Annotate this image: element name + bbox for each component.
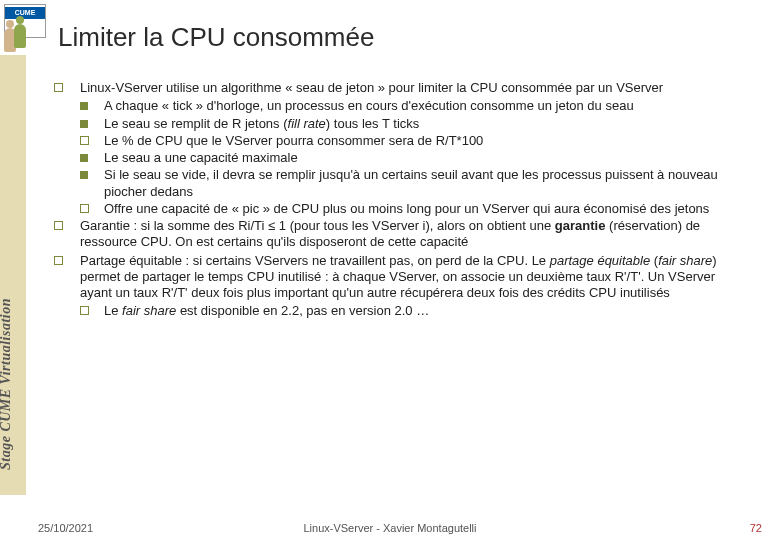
bullet-filled-icon — [80, 120, 88, 128]
list-item-text: Partage équitable : si certains VServers… — [80, 253, 760, 302]
list-subitem-text: Le seau se remplit de R jetons (fill rat… — [104, 116, 760, 132]
bullet-filled-icon — [80, 171, 88, 179]
list-item-text: Garantie : si la somme des Ri/Ti ≤ 1 (po… — [80, 218, 760, 251]
list-subitem-text: Le seau a une capacité maximale — [104, 150, 760, 166]
bullet-open-icon — [50, 253, 80, 302]
bullet-filled-icon — [80, 150, 104, 166]
list-subitem: Si le seau se vide, il devra se remplir … — [80, 167, 760, 200]
bullet-open-icon — [50, 80, 80, 96]
list-subitem: Le % de CPU que le VServer pourra consom… — [80, 133, 760, 149]
bullet-open-icon — [80, 306, 89, 315]
bullet-filled-icon — [80, 154, 88, 162]
list-subitem-text: Si le seau se vide, il devra se remplir … — [104, 167, 760, 200]
slide-body: Linux-VServer utilise un algorithme « se… — [50, 80, 760, 321]
side-label: Stage CUME Virtualisation — [0, 298, 14, 470]
footer: 25/10/2021 Linux-VServer - Xavier Montag… — [0, 518, 780, 540]
bullet-open-icon — [54, 256, 63, 265]
list-item: Partage équitable : si certains VServers… — [50, 253, 760, 302]
bullet-filled-icon — [80, 98, 104, 114]
logo-text: CUME — [5, 7, 45, 19]
footer-page: 72 — [750, 522, 762, 534]
list-subitem-text: A chaque « tick » d'horloge, un processu… — [104, 98, 760, 114]
list-subitem: Offre une capacité de « pic » de CPU plu… — [80, 201, 760, 217]
bullet-open-icon — [54, 83, 63, 92]
list-item: Linux-VServer utilise un algorithme « se… — [50, 80, 760, 96]
bullet-open-icon — [80, 201, 104, 217]
people-icon — [0, 20, 30, 60]
list-subitem-text: Le % de CPU que le VServer pourra consom… — [104, 133, 760, 149]
bullet-open-icon — [80, 303, 104, 319]
bullet-open-icon — [80, 133, 104, 149]
bullet-open-icon — [80, 136, 89, 145]
list-subitem: Le seau a une capacité maximale — [80, 150, 760, 166]
list-subitem: A chaque « tick » d'horloge, un processu… — [80, 98, 760, 114]
list-subitem-text: Le fair share est disponible en 2.2, pas… — [104, 303, 760, 319]
list-subitem: Le fair share est disponible en 2.2, pas… — [80, 303, 760, 319]
bullet-filled-icon — [80, 116, 104, 132]
bullet-open-icon — [80, 204, 89, 213]
footer-middle: Linux-VServer - Xavier Montagutelli — [0, 522, 780, 534]
slide-title: Limiter la CPU consommée — [58, 22, 374, 53]
list-subitem: Le seau se remplit de R jetons (fill rat… — [80, 116, 760, 132]
bullet-open-icon — [50, 218, 80, 251]
list-item-text: Linux-VServer utilise un algorithme « se… — [80, 80, 760, 96]
bullet-open-icon — [54, 221, 63, 230]
bullet-filled-icon — [80, 102, 88, 110]
bullet-filled-icon — [80, 167, 104, 200]
list-item: Garantie : si la somme des Ri/Ti ≤ 1 (po… — [50, 218, 760, 251]
list-subitem-text: Offre une capacité de « pic » de CPU plu… — [104, 201, 760, 217]
